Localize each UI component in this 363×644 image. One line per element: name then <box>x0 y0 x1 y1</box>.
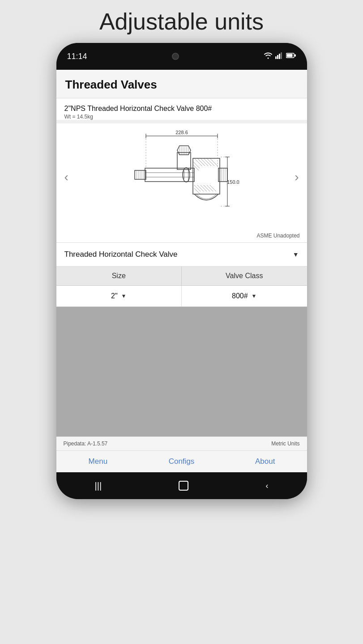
bottom-nav: Menu Configs About <box>56 450 307 472</box>
svg-rect-15 <box>145 168 194 182</box>
svg-line-38 <box>210 158 218 166</box>
size-dropdown-icon: ▼ <box>121 293 127 299</box>
svg-rect-2 <box>279 54 280 59</box>
footer-units: Metric Units <box>271 441 299 447</box>
size-column-header: Size <box>56 267 182 285</box>
valve-diagram: 228.6 150.01 <box>124 128 240 226</box>
recent-button-hw: ‹ <box>265 481 268 491</box>
page-title: Adjustable units <box>99 8 264 35</box>
valve-class-column-header: Valve Class <box>182 267 307 285</box>
battery-icon <box>286 52 296 60</box>
svg-line-40 <box>193 165 199 170</box>
valve-type-dropdown[interactable]: Threaded Horizontal Check Valve ▼ <box>56 243 307 267</box>
phone-shell: 11:14 <box>56 43 307 499</box>
svg-line-37 <box>207 158 214 166</box>
svg-line-46 <box>210 185 216 191</box>
svg-line-34 <box>197 158 205 166</box>
diagram-area: ‹ 228.6 150.01 <box>56 123 307 231</box>
svg-line-45 <box>207 185 213 191</box>
svg-line-36 <box>204 158 211 166</box>
asme-label: ASME Unadopted <box>56 231 307 243</box>
svg-point-53 <box>183 168 190 182</box>
content-area <box>56 307 307 436</box>
status-icons <box>264 52 296 61</box>
phone-screen: Threaded Valves 2"NPS Threaded Horizonta… <box>56 70 307 472</box>
hardware-nav-bar: ||| ‹ <box>56 472 307 499</box>
valve-class-dropdown-icon: ▼ <box>252 293 257 299</box>
svg-rect-3 <box>281 52 282 59</box>
svg-line-35 <box>201 158 208 166</box>
product-weight: Wt = 14.5kg <box>64 114 299 120</box>
svg-marker-25 <box>177 146 191 155</box>
menu-button[interactable]: Menu <box>56 451 140 472</box>
prev-button[interactable]: ‹ <box>60 165 73 189</box>
status-time: 11:14 <box>67 52 87 61</box>
back-button-hw: ||| <box>95 481 102 491</box>
wifi-icon <box>264 52 273 61</box>
svg-line-33 <box>194 158 202 166</box>
svg-text:150.01: 150.01 <box>227 179 240 185</box>
signal-icon <box>275 52 283 61</box>
svg-text:228.6: 228.6 <box>175 130 188 135</box>
camera-notch <box>172 53 179 60</box>
size-value: 2" <box>111 292 118 300</box>
svg-line-44 <box>204 185 210 191</box>
svg-rect-0 <box>275 56 277 59</box>
svg-rect-6 <box>295 55 296 57</box>
svg-rect-32 <box>193 158 220 194</box>
svg-line-42 <box>197 185 204 191</box>
footer-bar: Pipedata: A-1.5.57 Metric Units <box>56 436 307 450</box>
svg-rect-1 <box>277 55 278 59</box>
dropdown-label-text: Threaded Horizontal Check Valve <box>64 250 178 259</box>
svg-line-43 <box>201 185 207 191</box>
valve-class-selector[interactable]: 800# ▼ <box>182 286 307 306</box>
valve-class-value: 800# <box>232 292 248 300</box>
about-button[interactable]: About <box>223 451 307 472</box>
footer-meta: Pipedata: A-1.5.57 <box>64 441 108 447</box>
svg-line-41 <box>194 185 201 191</box>
status-bar: 11:14 <box>56 43 307 70</box>
app-header-title: Threaded Valves <box>65 78 157 91</box>
app-header: Threaded Valves <box>56 70 307 98</box>
dropdown-chevron-icon: ▼ <box>293 251 299 258</box>
size-selector[interactable]: 2" ▼ <box>56 286 182 306</box>
product-card: 2"NPS Threaded Horizontal Check Valve 80… <box>56 98 307 120</box>
svg-line-39 <box>193 161 200 168</box>
home-button-hw <box>179 481 188 491</box>
next-button[interactable]: › <box>290 165 303 189</box>
table-header: Size Valve Class <box>56 267 307 286</box>
svg-line-47 <box>194 188 200 194</box>
configs-button[interactable]: Configs <box>140 451 223 472</box>
product-name: 2"NPS Threaded Horizontal Check Valve 80… <box>64 105 299 113</box>
table-row: 2" ▼ 800# ▼ <box>56 286 307 307</box>
svg-rect-5 <box>287 54 293 57</box>
specs-table: Size Valve Class 2" ▼ 800# ▼ <box>56 267 307 307</box>
